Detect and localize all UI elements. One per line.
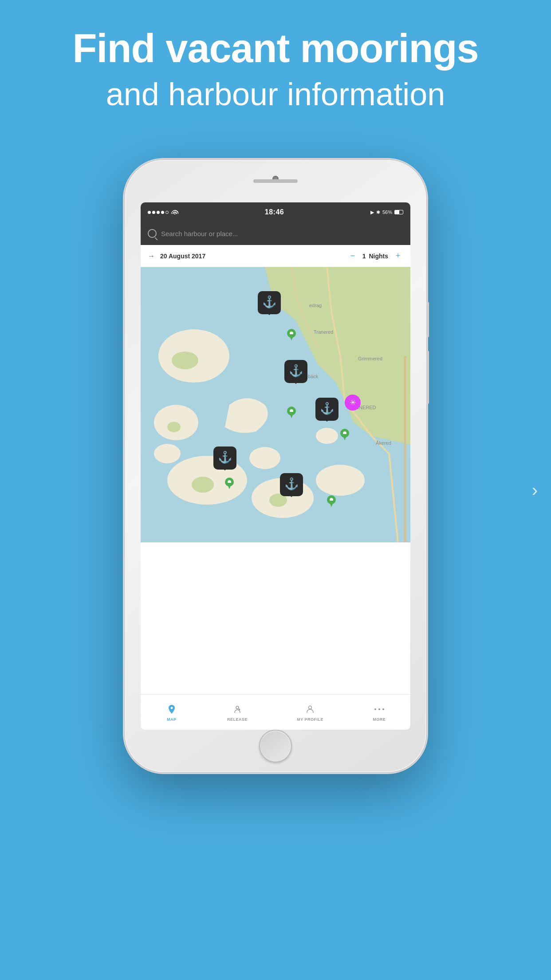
more-nav-icon <box>373 703 386 715</box>
nights-minus-button[interactable]: − <box>347 251 358 261</box>
bottom-nav: MAP RELEASE <box>141 694 410 730</box>
signal-dot-4 <box>161 211 164 214</box>
svg-point-6 <box>192 477 214 493</box>
chevron-right-icon[interactable]: › <box>532 480 538 500</box>
search-icon <box>148 229 157 238</box>
date-arrow: → <box>148 252 155 260</box>
map-nav-label: MAP <box>167 717 177 722</box>
svg-text:Åkered: Åkered <box>376 440 391 446</box>
nav-item-release[interactable]: RELEASE <box>227 703 248 722</box>
nav-item-more[interactable]: MORE <box>373 703 386 722</box>
svg-point-9 <box>316 465 365 496</box>
svg-text:⚓: ⚓ <box>218 450 232 464</box>
header-area: Find vacant moorings and harbour informa… <box>0 27 551 113</box>
svg-point-56 <box>382 708 384 710</box>
nights-plus-button[interactable]: + <box>393 251 403 261</box>
phone-screen: 18:46 ▶ ✱ 56% Search harbour or place...… <box>141 202 410 730</box>
nav-item-map[interactable]: MAP <box>165 703 178 722</box>
header-title-line1: Find vacant moorings <box>35 27 516 71</box>
phone-mockup: 18:46 ▶ ✱ 56% Search harbour or place...… <box>125 160 426 772</box>
status-bar: 18:46 ▶ ✱ 56% <box>141 202 410 222</box>
svg-text:Tranered: Tranered <box>314 329 333 335</box>
svg-point-2 <box>172 352 198 369</box>
signal-dot-2 <box>152 211 155 214</box>
battery-icon <box>394 210 403 214</box>
svg-text:Grimmered: Grimmered <box>358 356 382 361</box>
signal-dot-1 <box>148 211 151 214</box>
signal-dots <box>148 211 169 214</box>
svg-text:⚓: ⚓ <box>284 477 299 491</box>
phone-side-button <box>426 302 429 337</box>
status-time: 18:46 <box>265 208 284 216</box>
svg-text:edrag: edrag <box>309 303 322 308</box>
more-nav-label: MORE <box>373 717 386 722</box>
nights-value: 1 Nights <box>362 253 388 260</box>
svg-point-10 <box>154 444 181 463</box>
battery-pct: 56% <box>382 209 392 215</box>
phone-home-button[interactable] <box>259 730 292 763</box>
svg-point-12 <box>316 428 338 444</box>
svg-point-11 <box>249 447 280 469</box>
map-nav-icon <box>165 703 178 715</box>
map-area[interactable]: edrag Tranered Grimmered skebäck TYNNERE… <box>141 267 410 542</box>
date-bar: → 20 August 2017 − 1 Nights + <box>141 245 410 267</box>
svg-point-54 <box>374 708 376 710</box>
svg-point-53 <box>309 706 312 709</box>
status-left <box>148 209 178 216</box>
phone-volume-button <box>426 351 429 404</box>
signal-dot-5 <box>165 211 169 214</box>
status-right: ▶ ✱ 56% <box>370 209 403 215</box>
nights-controls: − 1 Nights + <box>347 251 403 261</box>
header-title-line2: and harbour information <box>35 75 516 113</box>
svg-text:✳: ✳ <box>350 398 356 407</box>
nav-item-profile[interactable]: MY PROFILE <box>297 703 323 722</box>
phone-speaker <box>253 179 298 183</box>
search-placeholder: Search harbour or place... <box>161 230 238 237</box>
svg-text:⚓: ⚓ <box>289 364 303 378</box>
search-bar[interactable]: Search harbour or place... <box>141 222 410 245</box>
bluetooth-icon: ✱ <box>376 209 380 215</box>
svg-point-52 <box>236 706 239 709</box>
release-nav-icon <box>231 703 244 715</box>
svg-text:⚓: ⚓ <box>320 401 335 415</box>
svg-text:⚓: ⚓ <box>262 295 277 309</box>
svg-point-4 <box>167 422 181 432</box>
location-icon: ▶ <box>370 209 374 215</box>
signal-dot-3 <box>157 211 160 214</box>
profile-nav-label: MY PROFILE <box>297 717 323 722</box>
svg-point-55 <box>378 708 380 710</box>
wifi-icon <box>171 209 178 216</box>
release-nav-label: RELEASE <box>227 717 248 722</box>
date-text: 20 August 2017 <box>160 253 342 260</box>
profile-nav-icon <box>304 703 316 715</box>
map-svg: edrag Tranered Grimmered skebäck TYNNERE… <box>141 267 410 542</box>
